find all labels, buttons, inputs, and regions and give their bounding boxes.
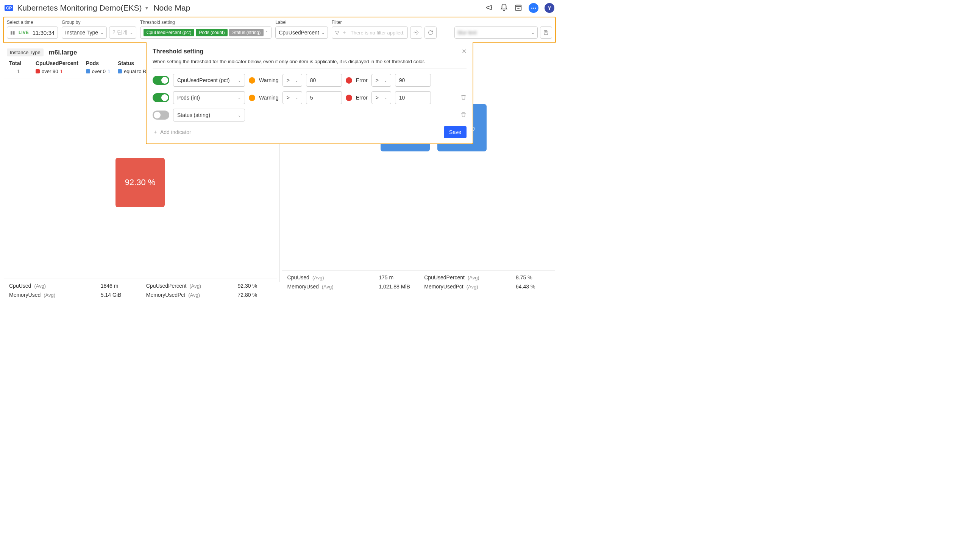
plus-icon[interactable]: ＋ — [342, 29, 347, 36]
warning-value-input[interactable]: 5 — [306, 91, 342, 104]
warning-label: Warning — [259, 95, 279, 101]
warning-label: Warning — [259, 77, 279, 83]
label-select[interactable]: CpuUsedPercent ⌄ — [275, 27, 328, 38]
settings-button[interactable] — [410, 27, 422, 38]
filter-input[interactable]: ▽ ＋ There is no filter applied. — [332, 27, 408, 38]
threshold-chip[interactable]: CpuUsedPercent (pct) — [143, 29, 195, 37]
chevron-down-icon: ⌄ — [384, 96, 387, 100]
plus-icon: ＋ — [153, 129, 158, 135]
group-by-group: Group by Instance Type ⌄ 2 단계 ⌄ — [62, 20, 136, 38]
trash-icon[interactable] — [460, 112, 466, 119]
stats-footer: CpuUsed(Avg)1846 m MemoryUsed(Avg)5.14 G… — [4, 278, 277, 305]
chat-icon[interactable] — [529, 3, 538, 13]
float-right-group: blur text ⌄ — [454, 20, 552, 38]
operator-select[interactable]: >⌄ — [371, 74, 391, 87]
svg-point-1 — [415, 32, 417, 33]
threshold-popup: Threshold setting ✕ When setting the thr… — [146, 42, 473, 144]
instance-type-value: m6i.large — [49, 49, 77, 56]
save-button[interactable]: Save — [444, 126, 466, 138]
toggle-switch[interactable] — [153, 111, 169, 119]
live-indicator: LIVE — [19, 30, 29, 35]
group-by-select[interactable]: Instance Type ⌄ — [62, 27, 107, 38]
operator-select[interactable]: >⌄ — [371, 91, 391, 104]
node-card[interactable]: 92.30 % — [116, 158, 165, 207]
error-value-input[interactable]: 10 — [395, 91, 431, 104]
field-select[interactable]: CpuUsedPercent (pct)⌄ — [173, 74, 245, 87]
operator-select[interactable]: >⌄ — [283, 74, 302, 87]
threshold-group: Threshold setting CpuUsedPercent (pct) P… — [140, 20, 272, 38]
chevron-down-icon: ⌄ — [295, 96, 298, 100]
threshold-row: CpuUsedPercent (pct)⌄ Warning >⌄ 80 Erro… — [153, 74, 466, 87]
svg-rect-0 — [516, 5, 522, 10]
step-value: 2 단계 — [113, 29, 127, 36]
avatar[interactable]: Y — [544, 3, 554, 13]
app-title[interactable]: Kubernetes Monitoring Demo(EKS) — [17, 3, 142, 13]
stats-footer: CpuUsed(Avg)175 m MemoryUsed(Avg)1,021.8… — [282, 270, 555, 296]
toolbar: Select a time ▮▮ LIVE 11:30:34 Group by … — [3, 17, 556, 43]
field-select[interactable]: Pods (int)⌄ — [173, 91, 245, 104]
time-picker[interactable]: ▮▮ LIVE 11:30:34 — [7, 27, 58, 38]
header-actions: Y — [485, 3, 554, 13]
field-select[interactable]: Status (string)⌄ — [173, 109, 245, 121]
threshold-label: Threshold setting — [140, 20, 272, 25]
threshold-chip[interactable]: Pods (count) — [196, 29, 228, 37]
calendar-icon[interactable] — [514, 3, 523, 13]
product-badge: CP — [5, 5, 13, 11]
refresh-button[interactable] — [425, 27, 437, 38]
error-dot-icon — [346, 77, 352, 84]
chevron-down-icon: ⌄ — [321, 31, 325, 35]
time-group: Select a time ▮▮ LIVE 11:30:34 — [7, 20, 58, 38]
card-value: 92.30 % — [125, 178, 156, 188]
filter-group: Filter ▽ ＋ There is no filter applied. — [332, 20, 437, 38]
error-value-input[interactable]: 90 — [395, 74, 431, 87]
chevron-down-icon: ⌄ — [531, 31, 534, 35]
view-select[interactable]: blur text ⌄ — [454, 27, 538, 38]
stat-item: CpuUsedPercent(Avg)8.75 % — [424, 274, 550, 280]
warning-dot-icon — [249, 77, 255, 84]
warning-value-input[interactable]: 80 — [306, 74, 342, 87]
chevron-down-icon: ⌄ — [238, 78, 241, 83]
chevron-down-icon: ⌄ — [238, 96, 241, 100]
blurred-text: blur text — [458, 30, 477, 36]
step-select[interactable]: 2 단계 ⌄ — [109, 27, 136, 38]
instance-type-tag: Instance Type — [7, 48, 43, 56]
clock-value: 11:30:34 — [33, 30, 54, 36]
total-value: 1 — [17, 68, 20, 74]
stat-item: MemoryUsed(Avg)1,021.88 MiB — [287, 283, 413, 289]
toggle-switch[interactable] — [153, 76, 169, 85]
add-indicator-button[interactable]: ＋Add indicator — [153, 129, 191, 135]
bell-icon[interactable] — [500, 3, 508, 13]
chevron-down-icon[interactable]: ▾ — [145, 5, 148, 11]
error-label: Error — [356, 77, 368, 83]
chevron-down-icon: ⌄ — [295, 78, 298, 83]
warning-dot-icon — [249, 95, 255, 101]
square-icon — [118, 69, 122, 73]
label-group: Label CpuUsedPercent ⌄ — [275, 20, 328, 38]
label-value: CpuUsedPercent — [279, 30, 319, 36]
error-dot-icon — [346, 95, 352, 101]
app-header: CP Kubernetes Monitoring Demo(EKS) ▾ Nod… — [0, 0, 559, 16]
toggle-switch[interactable] — [153, 93, 169, 102]
label-caption: Label — [275, 20, 328, 25]
summary-head-total: Total — [9, 60, 28, 66]
threshold-select[interactable]: CpuUsedPercent (pct) Pods (count) Status… — [140, 27, 272, 38]
threshold-row: Status (string)⌄ — [153, 109, 466, 121]
trash-icon[interactable] — [460, 94, 466, 102]
close-icon[interactable]: ✕ — [461, 48, 466, 55]
threshold-chip[interactable]: Status (string) — [229, 29, 264, 37]
pause-icon[interactable]: ▮▮ — [10, 30, 15, 35]
operator-select[interactable]: >⌄ — [283, 91, 302, 104]
save-view-button[interactable] — [540, 27, 552, 38]
error-label: Error — [356, 95, 368, 101]
popup-description: When setting the threshold for the indic… — [153, 59, 466, 68]
spacer — [454, 20, 552, 25]
megaphone-icon[interactable] — [485, 3, 494, 13]
group-by-label: Group by — [62, 20, 136, 25]
chevron-down-icon: ⌄ — [384, 78, 387, 83]
popup-title: Threshold setting — [153, 48, 204, 55]
stat-item: CpuUsed(Avg)1846 m — [9, 283, 135, 289]
chevron-down-icon: ⌄ — [238, 113, 241, 117]
stat-item: MemoryUsedPct(Avg)64.43 % — [424, 283, 550, 289]
stat-item: CpuUsedPercent(Avg)92.30 % — [146, 283, 272, 289]
stat-item: MemoryUsedPct(Avg)72.80 % — [146, 292, 272, 298]
